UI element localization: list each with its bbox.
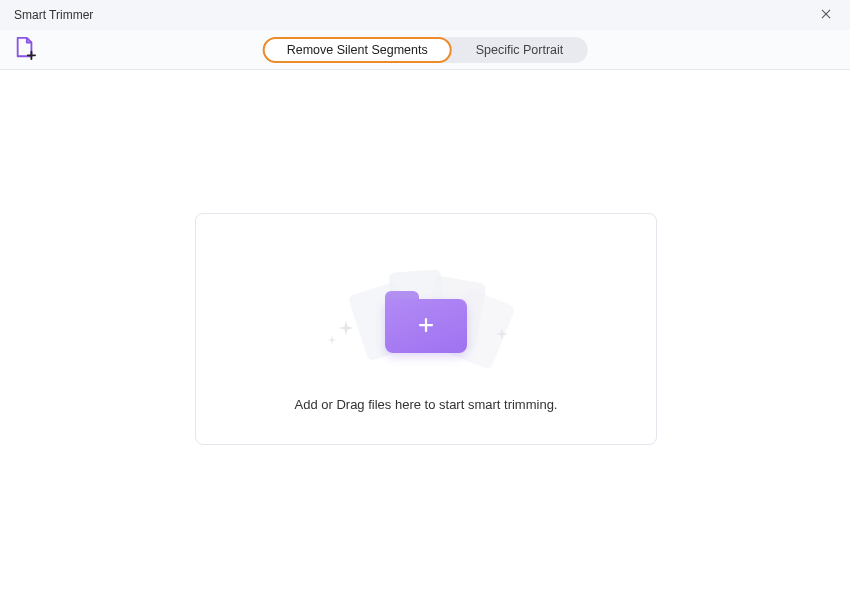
plus-icon <box>417 316 435 334</box>
window-title: Smart Trimmer <box>14 8 93 22</box>
close-button[interactable] <box>816 5 836 25</box>
tab-remove-silent-segments[interactable]: Remove Silent Segments <box>263 37 452 63</box>
mode-tab-group: Remove Silent Segments Specific Portrait <box>263 37 588 63</box>
tab-specific-portrait[interactable]: Specific Portrait <box>452 37 588 63</box>
tab-label: Remove Silent Segments <box>287 43 428 57</box>
dropzone-illustration <box>351 267 501 367</box>
tab-label: Specific Portrait <box>476 43 564 57</box>
toolbar: Remove Silent Segments Specific Portrait <box>0 30 850 70</box>
sparkle-icon <box>337 319 355 341</box>
file-dropzone[interactable]: Add or Drag files here to start smart tr… <box>195 213 657 445</box>
add-file-button[interactable] <box>14 39 36 61</box>
add-file-icon <box>14 36 36 64</box>
app-window: Smart Trimmer <box>0 0 850 612</box>
sparkle-icon <box>495 327 509 345</box>
content-area: Add or Drag files here to start smart tr… <box>0 70 850 612</box>
close-icon <box>819 7 833 24</box>
titlebar: Smart Trimmer <box>0 0 850 30</box>
dropzone-prompt: Add or Drag files here to start smart tr… <box>295 397 558 412</box>
sparkle-icon <box>327 331 337 349</box>
folder-add-icon <box>385 291 467 353</box>
